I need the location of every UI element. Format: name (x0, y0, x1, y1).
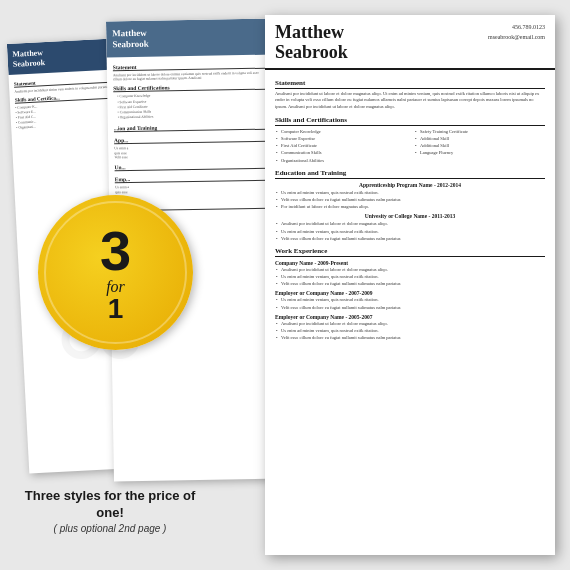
card2-app-title: App... (114, 134, 267, 144)
card3-work-b3: Velit esso cillum dolore eu fugiat nulla… (281, 280, 545, 287)
main-scene: MatthewSeabrook Statement Anulismi por i… (0, 0, 570, 570)
card3-edu-b4: Anulismi por incididunt ut labore et dol… (281, 220, 545, 227)
card3-skills-col1: Computer Knowledge Software Expertise Fi… (275, 128, 406, 164)
card3-skill-8: Additional Skill (420, 142, 545, 149)
card3-edu-b3: Por incidilunt ut labore et dolore magna… (281, 203, 545, 210)
card2-emp-title: Emp... (115, 174, 268, 184)
card3-email: mseabrook@email.com (488, 33, 545, 43)
promo-badge: 3 for 1 (38, 195, 193, 350)
card2-name: MatthewSeabrook (112, 26, 265, 50)
card3-work-item-3: Employer or Company Name - 2005-2007 Anu… (275, 314, 545, 342)
card3-body: Statement Anulismi por incididunt ut lab… (265, 70, 555, 349)
card3-work-b8: Velit esso cillum dolore eu fugiat nulla… (281, 334, 545, 341)
card3-edu-item-2: Univesity or College Name - 2011-2013 An… (275, 213, 545, 242)
card3-skill-4: Communication Skills (281, 149, 406, 156)
promo-main-slogan: Three styles for the price of one! (10, 488, 210, 522)
card3-edu-b2: Velit esso cillum dolore eu fugiat nulla… (281, 196, 545, 203)
card3-contact: 456.789.0123 mseabrook@email.com (488, 23, 545, 42)
badge-number: 3 (100, 223, 131, 279)
card3-skills-grid: Computer Knowledge Software Expertise Fi… (275, 128, 545, 164)
card3-name-block: MatthewSeabrook (275, 23, 348, 63)
card3-work-b4: Us enim ad minim veniam, quis nostrud ex… (281, 296, 545, 303)
card3-skills-col2: Safety Training Certificate Additional S… (414, 128, 545, 164)
card3-edu-b6: Velit esso cillum dolore eu fugiat nulla… (281, 235, 545, 242)
card3-edu-title: Education and Training (275, 169, 545, 179)
card3-statement-text: Anulismi por incididunt ut labore et dol… (275, 91, 545, 111)
card3-edu-item-1: Apprenticeship Program Name - 2012-2014 … (275, 182, 545, 211)
card2-edu-title: ...ion and Training (114, 122, 267, 132)
card2-header: MatthewSeabrook (106, 19, 272, 57)
card3-work-item-2: Employer or Company Name - 2007-2009 Us … (275, 290, 545, 310)
badge-one: 1 (108, 295, 124, 323)
card3-phone: 456.789.0123 (488, 23, 545, 33)
card3-edu-bullets-2: Anulismi por incididunt ut labore et dol… (275, 220, 545, 242)
card2-app-text: Us enim aquis esseVelit esse (114, 143, 267, 160)
card3-edu-b5: Us enim ad minim veniam, quis nostrud ex… (281, 228, 545, 235)
card2-skills-title: Skills and Certifications (113, 83, 266, 93)
card3-skill-3: First Aid Certificate (281, 142, 406, 149)
card3-work-b6: Anulismi por incididunt ut labore et dol… (281, 320, 545, 327)
card3-work-item-1: Company Name - 2009-Present Anulismi por… (275, 260, 545, 288)
promo-text-block: Three styles for the price of one! ( plu… (10, 488, 210, 535)
card3-edu-bullets-1: Us enim ad minim veniam, quis nostrud ex… (275, 189, 545, 211)
card3-skill-7: Additional Skill (420, 135, 545, 142)
card3-work-b5: Velit esso cillum dolore eu fugiat nulla… (281, 304, 545, 311)
card2-statement-text: Anulismi por incididunt ut labore dolore… (113, 70, 266, 82)
card3-edu-name-2: Univesity or College Name - 2011-2013 (275, 213, 545, 219)
card3-statement-title: Statement (275, 79, 545, 89)
card3-edu-b1: Us enim ad minim veniam, quis nostrud ex… (281, 189, 545, 196)
card3-edu-name-1: Apprenticeship Program Name - 2012-2014 (275, 182, 545, 188)
card2-uni-title: Un... (114, 162, 267, 172)
card3-work-title: Work Experience (275, 247, 545, 257)
card3-skill-2: Software Expertise (281, 135, 406, 142)
card3-work-b7: Us enim ad minim veniam, quis nostrud ex… (281, 327, 545, 334)
resume-card-main: MatthewSeabrook 456.789.0123 mseabrook@e… (265, 15, 555, 555)
card3-skills-title: Skills and Certifications (275, 116, 545, 126)
card3-name: MatthewSeabrook (275, 23, 348, 63)
card3-skill-1: Computer Knowledge (281, 128, 406, 135)
card3-skill-6: Safety Training Certificate (420, 128, 545, 135)
card3-skill-9: Language Fluency (420, 149, 545, 156)
card3-header: MatthewSeabrook 456.789.0123 mseabrook@e… (265, 15, 555, 70)
card3-work-b1: Anulismi por incididunt ut labore et dol… (281, 266, 545, 273)
card2-statement-title: Statement (113, 61, 266, 71)
promo-sub-slogan: ( plus optional 2nd page ) (10, 522, 210, 535)
card3-work-b2: Us enim ad minim veniam, quis nostrud ex… (281, 273, 545, 280)
card3-skill-5: Organizational Abilities (281, 157, 406, 164)
